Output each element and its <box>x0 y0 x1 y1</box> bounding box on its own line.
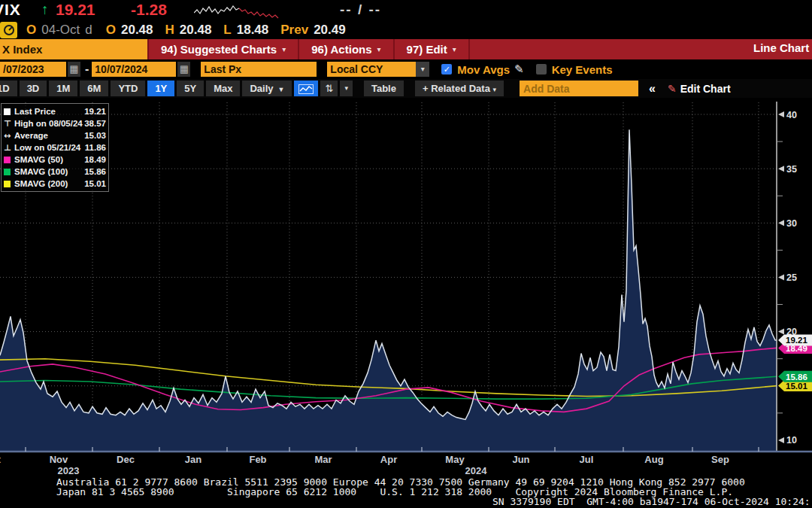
currency-field[interactable]: Local CCY <box>327 62 416 77</box>
legend-label: Low on 05/21/24 <box>14 143 85 152</box>
x-axis-label: Aug <box>644 454 663 465</box>
x-axis-label: Oct <box>0 454 2 465</box>
legend-value: 19.21 <box>84 107 106 116</box>
legend-row: SMAVG (50)18.49 <box>4 154 106 166</box>
legend-label: SMAVG (200) <box>14 179 84 188</box>
intraday-sparkline <box>194 2 284 19</box>
range-button-5y[interactable]: 5Y <box>177 81 204 96</box>
chart-options-caret[interactable]: ▾ <box>340 81 353 96</box>
bloomberg-terminal-window: VIX ↑ 19.21 -1.28 -- / -- O 04-Oct d O 2… <box>0 0 812 508</box>
smavg200-swatch-icon <box>4 181 14 187</box>
calendar-icon[interactable]: ▦ <box>68 62 80 77</box>
legend-value: 18.49 <box>84 155 106 164</box>
legend-row: ⊥Low on 05/21/2411.86 <box>4 141 106 154</box>
x-axis-label: Nov <box>50 454 68 465</box>
footer-session-info: SN 3379190 EDT GMT-4:00 ba1947-174 06-Oc… <box>492 496 810 507</box>
legend-value: 15.03 <box>84 131 106 140</box>
collapse-panel-button[interactable]: « <box>644 81 660 96</box>
mov-avgs-checkbox[interactable]: ✓ <box>441 64 452 75</box>
legend-value: 11.86 <box>85 143 106 152</box>
low-value: 18.48 <box>237 23 269 38</box>
x-axis-label: Apr <box>380 454 397 465</box>
security-header-row: VIX ↑ 19.21 -1.28 -- / -- <box>0 0 812 20</box>
chevron-down-icon: ▾ <box>377 45 381 53</box>
terminal-footer: Australia 61 2 9777 8600 Brazil 5511 239… <box>0 475 812 508</box>
high-value: 20.48 <box>180 23 212 38</box>
range-button-max[interactable]: Max <box>206 81 240 96</box>
table-button[interactable]: Table <box>364 81 404 96</box>
mov-avgs-label: Mov Avgs <box>457 63 510 76</box>
x-axis-label: Dec <box>117 454 135 465</box>
chevron-down-icon: ▾ <box>282 45 286 53</box>
menu-items: 94) Suggested Charts▾96) Actions▾97) Edi… <box>147 39 470 59</box>
pencil-icon: ✎ <box>668 83 677 95</box>
gauge-icon[interactable] <box>0 22 17 38</box>
chart-type-label: Line Chart <box>753 41 809 54</box>
x-axis-label: Sep <box>711 454 729 465</box>
prev-label: Prev <box>280 23 308 38</box>
legend-label: Last Price <box>14 107 84 116</box>
menu-edit[interactable]: 97) Edit▾ <box>395 39 470 59</box>
chevron-down-icon: ▾ <box>453 45 456 53</box>
ohlc-row: O 04-Oct d O 20.48 H 20.48 L 18.48 Prev … <box>0 20 812 39</box>
legend-row: ⊤High on 08/05/2438.57 <box>4 117 106 129</box>
date-range-dash: - <box>85 62 89 76</box>
currency-dropdown-caret[interactable]: ▾ <box>416 62 429 77</box>
date-to-input[interactable] <box>92 62 176 77</box>
chevron-down-icon: ▼ <box>278 86 285 93</box>
periodicity-button[interactable]: Daily▼ <box>242 81 292 96</box>
price-chart[interactable]: 4035302520151015.0115.8618.4919.21OctNov… <box>0 98 812 478</box>
prev-value: 20.49 <box>314 23 346 38</box>
low-label: L <box>223 23 231 38</box>
smavg100-swatch-icon <box>4 169 14 175</box>
menu-suggested-charts[interactable]: 94) Suggested Charts▾ <box>147 39 299 59</box>
menu-actions[interactable]: 96) Actions▾ <box>299 39 394 59</box>
range-button-1y[interactable]: 1Y <box>147 81 174 96</box>
x-axis-label: May <box>445 454 465 465</box>
svg-text:19.21: 19.21 <box>786 336 807 345</box>
high-marker-icon: ⊤ <box>4 119 14 129</box>
average-marker-icon: ↔ <box>4 131 14 141</box>
last-price-value: 19.21 <box>56 1 95 19</box>
legend-row: Last Price19.21 <box>4 105 106 117</box>
range-button-ytd[interactable]: YTD <box>111 81 145 96</box>
price-source-field[interactable]: Last Px <box>201 62 317 77</box>
legend-value: 38.57 <box>84 119 106 128</box>
range-button-3d[interactable]: 3D <box>20 81 47 96</box>
compare-arrows-icon[interactable]: ⇅ <box>320 81 338 96</box>
up-arrow-icon: ↑ <box>41 2 49 18</box>
x-axis-label: Jun <box>512 454 529 465</box>
key-events-checkbox[interactable] <box>536 64 547 75</box>
chart-legend: Last Price19.21⊤High on 08/05/2438.57↔Av… <box>1 103 109 192</box>
open-value: 20.48 <box>121 23 153 38</box>
related-data-button[interactable]: + Related Data ▾ <box>415 81 504 96</box>
calendar-icon[interactable]: ▦ <box>177 62 190 77</box>
legend-label: High on 08/05/24 <box>14 119 84 128</box>
ticker-symbol: VIX <box>0 1 21 19</box>
line-chart-type-button[interactable] <box>294 81 318 96</box>
menu-bar: X Index 94) Suggested Charts▾96) Actions… <box>0 39 812 59</box>
x-axis-label: Mar <box>314 454 332 465</box>
open-flag-label: O <box>26 23 36 38</box>
edit-mov-avgs-pencil-icon[interactable]: ✎ <box>514 62 524 76</box>
chart-toolbar: 1D3D1M6MYTD1Y5YMax Daily▼ ⇅ ▾ Table + Re… <box>0 79 812 98</box>
x-axis-label: Feb <box>249 454 266 465</box>
high-label: H <box>165 23 174 38</box>
x-axis-label: Jul <box>580 454 594 465</box>
legend-row: ↔Average15.03 <box>4 129 106 141</box>
security-input[interactable]: X Index <box>0 39 147 59</box>
quote-date: 04-Oct <box>41 23 80 38</box>
chart-controls-row: ▦ - ▦ Last Px Local CCY ▾ ✓ Mov Avgs ✎ K… <box>0 59 812 79</box>
legend-label: Average <box>14 131 84 140</box>
range-button-1m[interactable]: 1M <box>49 81 77 96</box>
svg-text:40: 40 <box>786 110 797 120</box>
edit-chart-button[interactable]: ✎Edit Chart <box>668 83 731 95</box>
range-buttons: 1D3D1M6MYTD1Y5YMax <box>0 81 242 96</box>
legend-label: SMAVG (50) <box>14 155 84 164</box>
range-button-6m[interactable]: 6M <box>80 81 108 96</box>
range-button-1d[interactable]: 1D <box>0 81 17 96</box>
bid-ask-placeholder: -- / -- <box>340 2 381 18</box>
date-from-input[interactable] <box>0 62 66 77</box>
legend-value: 15.86 <box>84 167 106 176</box>
add-data-input[interactable] <box>520 81 638 96</box>
